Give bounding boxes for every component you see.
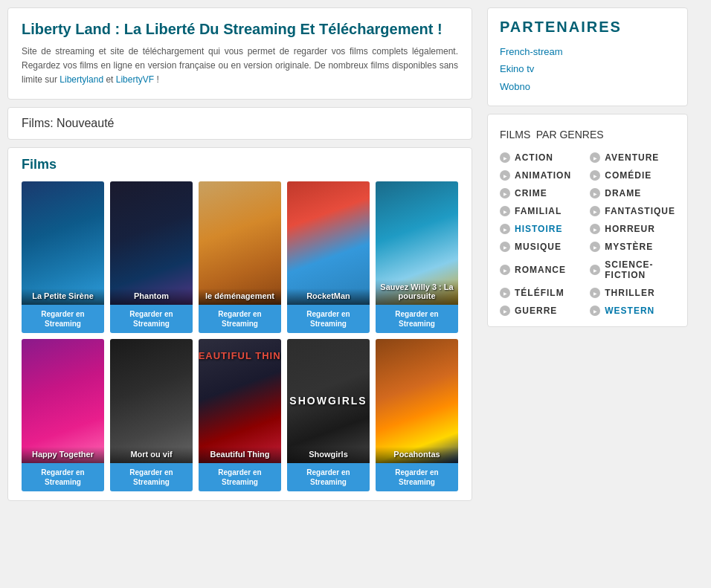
genre-label: HORREUR — [605, 224, 655, 234]
films-title: Films — [22, 157, 458, 172]
film-poster-willy3: Sauvez Willy 3 : La poursuite — [376, 181, 458, 306]
film-poster-bg-phantom — [110, 181, 193, 306]
nouveaute-title: Films: Nouveauté — [22, 117, 458, 130]
film-watch-btn-phantom[interactable]: Regarder en Streaming — [110, 305, 193, 333]
film-item-showgirls: SHOWGIRLSShowgirlsRegarder en Streaming — [287, 339, 370, 491]
film-item-rocketman: RocketManRegarder en Streaming — [287, 181, 370, 334]
genre-label: ACTION — [515, 152, 553, 163]
genre-item-t-l-film[interactable]: TÉLÉFILM — [500, 288, 584, 298]
genre-label: ANIMATION — [515, 170, 571, 181]
film-poster-bg-demenagement — [199, 181, 281, 306]
showgirls-text: SHOWGIRLS — [289, 395, 367, 407]
film-watch-btn-willy3[interactable]: Regarder en Streaming — [376, 305, 458, 333]
genre-label: CRIME — [515, 188, 547, 198]
genre-play-icon — [500, 306, 510, 316]
genre-label: COMÉDIE — [605, 170, 652, 181]
film-poster-bg-rocketman — [287, 181, 370, 306]
genre-item-action[interactable]: ACTION — [500, 152, 584, 163]
beautiful-thing-text: BEAUTIFUL THING — [199, 350, 281, 361]
genre-label: FANTASTIQUE — [605, 206, 675, 216]
sidebar: PARTENAIRES French-streamEkino tvWobno F… — [480, 0, 695, 508]
film-poster-bg-mort-ou-vif — [110, 339, 193, 463]
film-item-phantom: PhantomRegarder en Streaming — [110, 181, 193, 334]
genre-item-animation[interactable]: ANIMATION — [500, 170, 584, 181]
film-poster-phantom: Phantom — [110, 181, 193, 306]
genre-label: HISTOIRE — [515, 224, 562, 234]
partenaire-link-french-stream[interactable]: French-stream — [500, 43, 675, 60]
genre-item-aventure[interactable]: AVENTURE — [590, 152, 675, 163]
film-item-demenagement: le déménagementRegarder en Streaming — [199, 181, 281, 334]
film-item-mort-ou-vif: Mort ou vifRegarder en Streaming — [110, 339, 193, 491]
film-poster-la-petite-sirene: La Petite Sirène — [22, 181, 104, 306]
main-column: Liberty Land : La Liberté Du Streaming E… — [0, 0, 480, 508]
film-poster-bg-pocahontas — [376, 339, 458, 463]
genre-label: SCIENCE-FICTION — [605, 259, 675, 280]
genre-play-icon — [590, 152, 600, 163]
film-poster-beautiful-thing: BEAUTIFUL THINGBeautiful Thing — [199, 339, 281, 463]
genre-play-icon — [500, 265, 510, 275]
genre-item-com-die[interactable]: COMÉDIE — [590, 170, 675, 181]
film-watch-btn-beautiful-thing[interactable]: Regarder en Streaming — [199, 463, 281, 491]
genre-label: MYSTÈRE — [605, 242, 653, 252]
genre-item-familial[interactable]: FAMILIAL — [500, 206, 584, 216]
libertyvf-link[interactable]: LibertyVF — [116, 74, 154, 85]
genre-item-musique[interactable]: MUSIQUE — [500, 242, 584, 252]
film-title-happy-together: Happy Together — [22, 447, 104, 463]
genre-item-thriller[interactable]: THRILLER — [590, 288, 675, 298]
genre-item-histoire[interactable]: HISTOIRE — [500, 224, 584, 234]
genre-label: GUERRE — [515, 306, 557, 316]
genre-item-romance[interactable]: ROMANCE — [500, 259, 584, 280]
genres-card: FILMS PAR GENRES ACTIONAVENTUREANIMATION… — [487, 114, 688, 327]
genre-play-icon — [500, 242, 510, 252]
film-watch-btn-showgirls[interactable]: Regarder en Streaming — [287, 463, 370, 491]
film-poster-pocahontas: Pocahontas — [376, 339, 458, 463]
genre-item-myst-re[interactable]: MYSTÈRE — [590, 242, 675, 252]
film-watch-btn-rocketman[interactable]: Regarder en Streaming — [287, 305, 370, 333]
film-poster-showgirls: SHOWGIRLSShowgirls — [287, 339, 370, 463]
genre-label: TÉLÉFILM — [515, 288, 564, 298]
genre-item-fantastique[interactable]: FANTASTIQUE — [590, 206, 675, 216]
film-item-willy3: Sauvez Willy 3 : La poursuiteRegarder en… — [376, 181, 458, 334]
genre-play-icon — [500, 288, 510, 298]
film-watch-btn-pocahontas[interactable]: Regarder en Streaming — [376, 463, 458, 491]
genre-play-icon — [590, 265, 600, 275]
films-grid-row2: Happy TogetherRegarder en StreamingMort … — [22, 339, 458, 491]
partenaire-link-wobno[interactable]: Wobno — [500, 78, 675, 95]
genre-item-western[interactable]: WESTERN — [590, 306, 675, 316]
genre-label: WESTERN — [605, 306, 654, 316]
film-watch-btn-happy-together[interactable]: Regarder en Streaming — [22, 463, 104, 491]
genre-item-horreur[interactable]: HORREUR — [590, 224, 675, 234]
film-item-beautiful-thing: BEAUTIFUL THINGBeautiful ThingRegarder e… — [199, 339, 281, 491]
film-poster-happy-together: Happy Together — [22, 339, 104, 463]
partenaires-card: PARTENAIRES French-streamEkino tvWobno — [487, 7, 688, 106]
libertyland-link[interactable]: Libertyland — [59, 74, 103, 85]
nouveaute-card: Films: Nouveauté — [7, 107, 472, 140]
partenaire-link-ekino-tv[interactable]: Ekino tv — [500, 60, 675, 77]
film-watch-btn-la-petite-sirene[interactable]: Regarder en Streaming — [22, 305, 104, 333]
film-poster-bg-happy-together — [22, 339, 104, 463]
genre-play-icon — [500, 206, 510, 216]
genre-play-icon — [590, 306, 600, 316]
partenaires-list: French-streamEkino tvWobno — [500, 43, 675, 95]
film-title-la-petite-sirene: La Petite Sirène — [22, 288, 104, 305]
film-poster-bg-la-petite-sirene — [22, 181, 104, 306]
genre-label: ROMANCE — [515, 265, 566, 275]
film-title-phantom: Phantom — [110, 288, 193, 305]
genre-item-crime[interactable]: CRIME — [500, 188, 584, 198]
genres-grid: ACTIONAVENTUREANIMATIONCOMÉDIECRIMEDRAME… — [500, 152, 675, 316]
genre-label: THRILLER — [605, 288, 654, 298]
genre-play-icon — [590, 206, 600, 216]
films-grid-row1: La Petite SirèneRegarder en StreamingPha… — [22, 181, 458, 334]
film-watch-btn-mort-ou-vif[interactable]: Regarder en Streaming — [110, 463, 193, 491]
film-title-pocahontas: Pocahontas — [376, 447, 458, 463]
film-poster-rocketman: RocketMan — [287, 181, 370, 306]
genre-label: DRAME — [605, 188, 641, 198]
film-poster-mort-ou-vif: Mort ou vif — [110, 339, 193, 463]
genre-item-drame[interactable]: DRAME — [590, 188, 675, 198]
film-watch-btn-demenagement[interactable]: Regarder en Streaming — [199, 305, 281, 333]
genre-item-guerre[interactable]: GUERRE — [500, 306, 584, 316]
genre-label: FAMILIAL — [515, 206, 562, 216]
genre-play-icon — [590, 242, 600, 252]
film-title-demenagement: le déménagement — [199, 288, 281, 305]
genre-item-science-fiction[interactable]: SCIENCE-FICTION — [590, 259, 675, 280]
